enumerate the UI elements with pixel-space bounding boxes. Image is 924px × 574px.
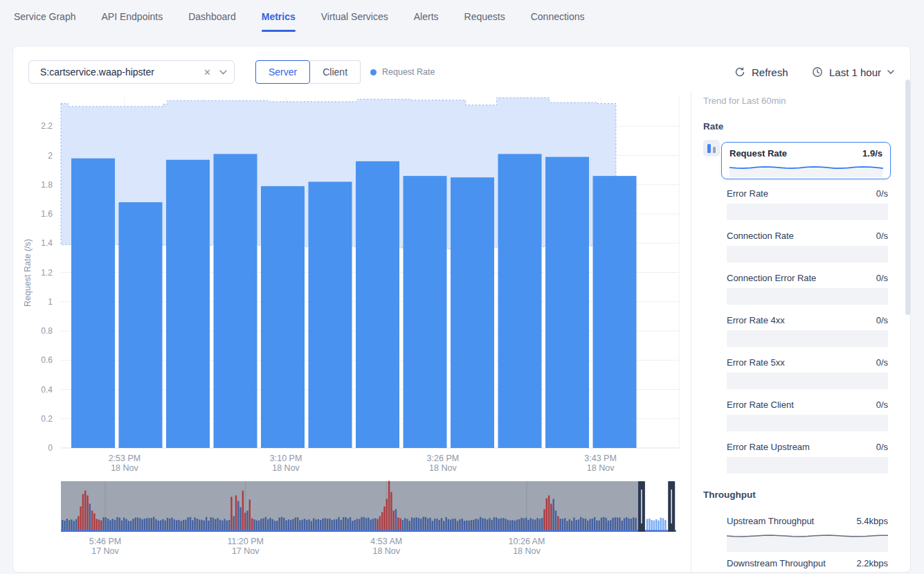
brush-bar [224, 519, 225, 530]
brush-bar [388, 481, 390, 530]
brush-bar [212, 518, 214, 530]
brush-bar [262, 519, 264, 530]
brush-bar [617, 517, 618, 530]
brush-bar [658, 521, 659, 530]
refresh-button[interactable]: Refresh [734, 60, 788, 84]
brush-bar [608, 521, 609, 530]
brush-bar [578, 519, 579, 530]
brush-bar [203, 521, 205, 530]
request-rate-bar[interactable] [356, 161, 399, 448]
brush-bar [91, 511, 93, 530]
brush-bar [178, 520, 179, 530]
brush-tick-date: 18 Nov [372, 546, 400, 556]
bar-chart-icon [703, 140, 720, 156]
brush-bar [500, 519, 502, 530]
brush-bar [592, 519, 593, 530]
brush-bar [153, 517, 154, 530]
metric-card-connection-error-rate[interactable]: Connection Error Rate0/s [727, 273, 888, 305]
metric-card-upstream-throughput[interactable]: Upstream Throughput5.4kbps [727, 516, 888, 552]
metric-value: 0/s [876, 315, 888, 325]
metric-card-request-rate[interactable]: Request Rate1.9/s [721, 142, 891, 179]
brush-bar [206, 517, 207, 530]
metric-label: Connection Error Rate [727, 273, 816, 283]
metric-label: Upstream Throughput [727, 516, 814, 526]
brush-bar [148, 518, 150, 530]
brush-bar [139, 518, 141, 530]
metric-card-error-rate-upstream[interactable]: Error Rate Upstream0/s [727, 442, 888, 474]
request-rate-bar[interactable] [166, 160, 210, 448]
brush-bar [165, 521, 166, 530]
brush-bar [102, 517, 104, 530]
brush-bar [237, 501, 239, 530]
brush-bar [246, 511, 248, 530]
metric-card-error-rate-5xx[interactable]: Error Rate 5xx0/s [727, 357, 888, 389]
metric-sparkline [727, 530, 888, 535]
brush-bar [507, 520, 509, 530]
brush-bar [471, 520, 472, 530]
request-rate-bar[interactable] [309, 182, 352, 449]
brush-bar [615, 517, 616, 530]
brush-bar [345, 517, 346, 530]
brush-bar [329, 519, 330, 530]
server-tab[interactable]: Server [255, 60, 310, 84]
brush-bar [411, 517, 413, 530]
brush-bar [135, 518, 136, 530]
metric-card-error-rate-client[interactable]: Error Rate Client0/s [727, 400, 888, 431]
brush-bar [624, 518, 625, 530]
metric-sparkline [730, 161, 882, 168]
request-rate-bar[interactable] [545, 157, 589, 448]
brush-bar [98, 520, 100, 530]
brush-bar [539, 519, 541, 530]
request-rate-bar[interactable] [214, 154, 257, 448]
time-range-select[interactable]: Last 1 hour [812, 60, 894, 84]
y-axis-tick: 0.8 [41, 326, 53, 336]
brush-bar [192, 520, 193, 530]
request-rate-bar[interactable] [404, 176, 447, 448]
section-header-throughput: Throughput [703, 490, 756, 500]
brush-bar [322, 519, 323, 530]
brush-bar [258, 521, 260, 530]
metric-card-error-rate[interactable]: Error Rate0/s [727, 188, 888, 220]
brush-bar [370, 520, 372, 530]
metric-card-error-rate-4xx[interactable]: Error Rate 4xx0/s [727, 315, 888, 347]
brush-bar [84, 491, 86, 530]
brush-bar [210, 517, 212, 530]
brush-bar [347, 519, 349, 530]
metric-card-downstream-throughput[interactable]: Downstream Throughput2.2kbps [727, 558, 888, 573]
metric-sparkline-area [727, 373, 888, 389]
brush-bar [235, 496, 237, 530]
brush-bar [496, 517, 497, 530]
brush-bar [311, 521, 312, 530]
brush-bar [151, 518, 152, 530]
metric-value: 2.2kbps [856, 558, 888, 568]
brush-bar [107, 519, 109, 530]
brush-bar [267, 519, 269, 530]
brush-bar [596, 521, 597, 530]
brush-bar [564, 518, 565, 530]
brush-bar [393, 511, 395, 530]
request-rate-bar[interactable] [451, 177, 494, 448]
metric-value: 5.4kbps [856, 516, 888, 526]
brush-bar [416, 517, 417, 530]
metrics-sidebar: Trend for Last 60min RateRequest Rate1.9… [698, 90, 903, 573]
request-rate-bar[interactable] [498, 154, 542, 448]
brush-bar [445, 517, 446, 530]
request-rate-bar[interactable] [593, 176, 637, 448]
y-axis-tick: 0 [48, 443, 53, 453]
brush-bar [71, 519, 72, 530]
request-rate-bar[interactable] [119, 202, 163, 448]
brush-bar [432, 521, 433, 530]
brush-bar [297, 517, 298, 530]
brush-bar [290, 520, 291, 530]
metric-value: 0/s [876, 400, 888, 410]
scrollbar-thumb[interactable] [905, 80, 910, 315]
brush-bar [571, 521, 572, 530]
brush-bar [167, 518, 168, 530]
brush-bar [318, 519, 319, 530]
brush-bar [365, 518, 367, 530]
server-tab-label: Server [269, 66, 297, 78]
request-rate-bar[interactable] [71, 159, 115, 448]
metric-value: 1.9/s [862, 148, 882, 159]
request-rate-bar[interactable] [261, 186, 305, 448]
metric-card-connection-rate[interactable]: Connection Rate0/s [727, 231, 888, 262]
